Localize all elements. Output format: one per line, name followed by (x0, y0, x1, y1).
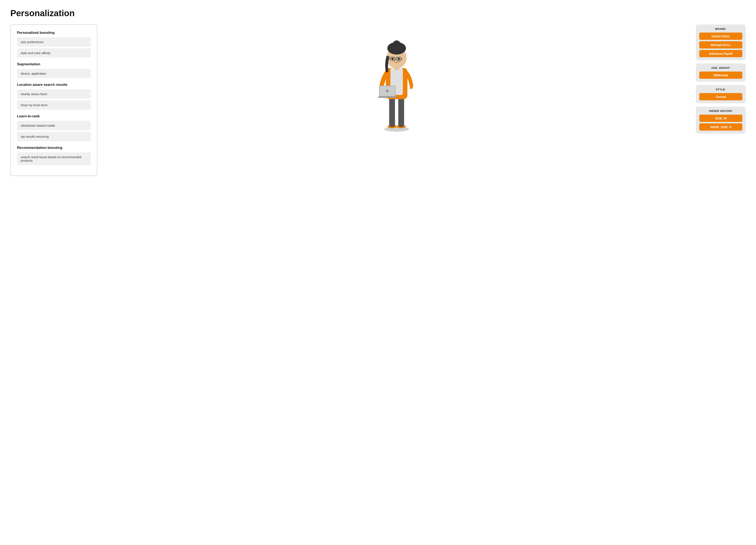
profile-card-title: ORDER HISTORY (699, 109, 742, 112)
section-recommendation-boosting: Recommendation boostingsearch result boo… (17, 146, 91, 165)
section-personalized-boosting: Personalized boostingsize preferencessty… (17, 31, 91, 58)
svg-rect-10 (378, 97, 397, 98)
character-illustration (368, 24, 426, 132)
profile-tag: Calvin Klein, (699, 33, 742, 40)
profile-tag: SIZE: M (699, 115, 742, 122)
item-box: device, application (17, 69, 91, 78)
profile-tag: SHOE_SIZE: 8 (699, 123, 742, 131)
profile-card-brand: BRAND:Calvin Klein,Michael Kors,Adrianna… (696, 24, 746, 60)
center-panel (97, 24, 696, 132)
section-heading-location-aware: Location aware search results (17, 83, 91, 87)
page-title: Personalization (10, 8, 746, 18)
svg-rect-4 (398, 95, 404, 127)
right-panel: BRAND:Calvin Klein,Michael Kors,Adrianna… (696, 24, 746, 133)
section-heading-recommendation-boosting: Recommendation boosting (17, 146, 91, 150)
profile-tag: Adrianna Papell (699, 50, 742, 57)
main-layout: Personalized boostingsize preferencessty… (10, 24, 746, 176)
item-box: top results rescoring (17, 132, 91, 141)
svg-point-21 (397, 58, 400, 60)
left-panel: Personalized boostingsize preferencessty… (10, 24, 97, 176)
svg-point-20 (391, 58, 394, 60)
profile-card-order-history: ORDER HISTORYSIZE: MSHOE_SIZE: 8 (696, 106, 746, 133)
profile-card-title: BRAND: (699, 27, 742, 30)
profile-card-style: STYLE:Casual (696, 85, 746, 103)
profile-card-title: STYLE: (699, 88, 742, 91)
profile-tag: Millennial (699, 71, 742, 79)
item-box: shop my local store (17, 100, 91, 110)
item-box: search result boost based on recommended… (17, 152, 91, 165)
section-heading-segmentation: Segmentation (17, 62, 91, 66)
profile-card-age-group: AGE_GROUP:Millennial (696, 63, 746, 82)
section-heading-personalized-boosting: Personalized boosting (17, 31, 91, 35)
profile-card-title: AGE_GROUP: (699, 66, 742, 69)
svg-point-22 (389, 60, 392, 62)
item-box: nearby stores facet (17, 89, 91, 99)
item-box: style and color affinity (17, 48, 91, 58)
section-heading-learn-to-rank: Learn-to-rank (17, 114, 91, 118)
profile-tag: Casual (699, 93, 742, 100)
item-box: clickstream based model (17, 121, 91, 130)
section-location-aware: Location aware search resultsnearby stor… (17, 83, 91, 110)
section-segmentation: Segmentationdevice, application (17, 62, 91, 78)
svg-rect-3 (389, 95, 395, 127)
svg-point-14 (393, 40, 400, 48)
section-learn-to-rank: Learn-to-rankclickstream based modeltop … (17, 114, 91, 141)
svg-point-9 (386, 90, 389, 92)
svg-point-0 (384, 127, 409, 132)
svg-point-23 (401, 60, 404, 62)
profile-tag: Michael Kors, (699, 41, 742, 48)
item-box: size preferences (17, 37, 91, 47)
